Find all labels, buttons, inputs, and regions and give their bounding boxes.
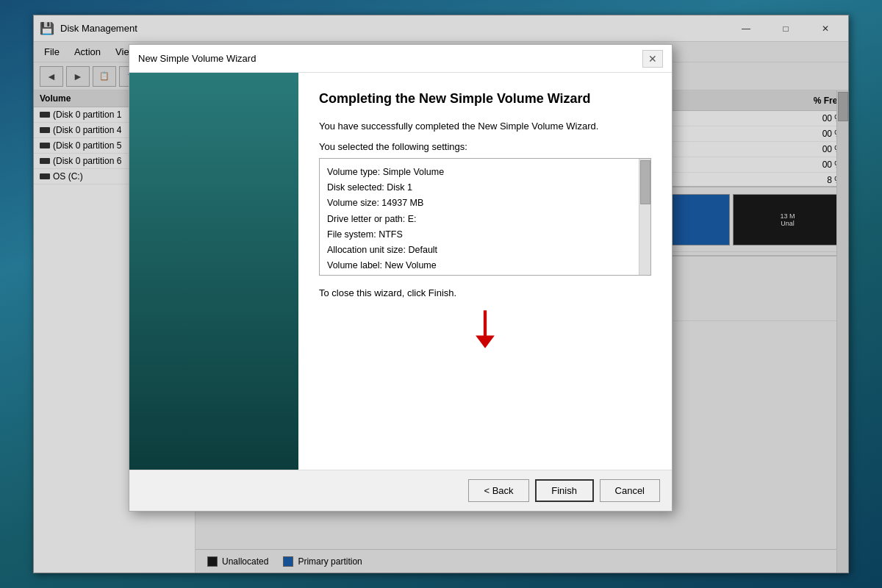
- finish-button[interactable]: Finish: [535, 479, 594, 502]
- setting-5: Allocation unit size: Default: [327, 243, 643, 258]
- settings-scrollbar-thumb[interactable]: [640, 160, 650, 204]
- setting-3: Drive letter or path: E:: [327, 212, 643, 227]
- dialog-decorative-panel: [129, 73, 298, 470]
- cancel-button[interactable]: Cancel: [600, 479, 660, 502]
- setting-4: File system: NTFS: [327, 227, 643, 243]
- dialog-success-text: You have successfully completed the New …: [319, 119, 651, 134]
- settings-box: Volume type: Simple Volume Disk selected…: [319, 158, 651, 276]
- red-arrow-indicator: [319, 307, 651, 351]
- dialog-close-instruction: To close this wizard, click Finish.: [319, 287, 651, 298]
- dialog-title-bar: New Simple Volume Wizard ✕: [129, 45, 672, 73]
- setting-0: Volume type: Simple Volume: [327, 165, 643, 180]
- setting-1: Disk selected: Disk 1: [327, 180, 643, 196]
- settings-scrollbar[interactable]: [639, 159, 650, 275]
- dialog-body: Completing the New Simple Volume Wizard …: [129, 73, 672, 470]
- wizard-dialog: New Simple Volume Wizard ✕ Completing th…: [129, 44, 673, 512]
- setting-7: Quick format: Yes: [327, 274, 643, 276]
- dialog-buttons: < Back Finish Cancel: [129, 470, 672, 511]
- arrow-svg: [470, 307, 500, 351]
- back-button[interactable]: < Back: [468, 479, 528, 502]
- dialog-title: New Simple Volume Wizard: [138, 53, 256, 64]
- setting-6: Volume label: New Volume: [327, 258, 643, 273]
- dialog-content: Completing the New Simple Volume Wizard …: [298, 73, 672, 470]
- dialog-close-button[interactable]: ✕: [642, 50, 663, 68]
- dialog-heading: Completing the New Simple Volume Wizard: [319, 90, 651, 107]
- svg-marker-1: [476, 335, 495, 348]
- dialog-settings-label: You selected the following settings:: [319, 141, 651, 152]
- setting-2: Volume size: 14937 MB: [327, 196, 643, 211]
- dialog-overlay: New Simple Volume Wizard ✕ Completing th…: [0, 0, 882, 588]
